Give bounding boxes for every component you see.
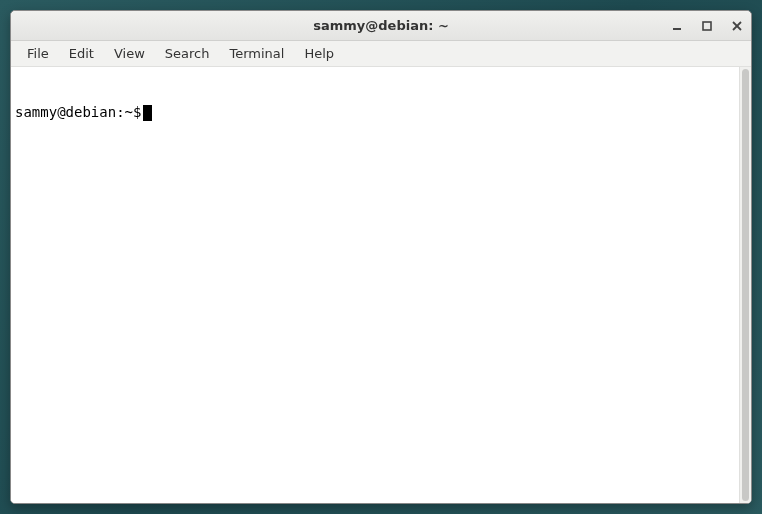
- menu-edit[interactable]: Edit: [59, 43, 104, 64]
- cursor-icon: [143, 105, 152, 121]
- terminal-content[interactable]: sammy@debian:~$: [11, 67, 739, 503]
- scrollbar[interactable]: [739, 67, 751, 503]
- svg-rect-1: [703, 22, 711, 30]
- minimize-button[interactable]: [669, 18, 685, 34]
- menu-terminal[interactable]: Terminal: [219, 43, 294, 64]
- prompt-text: sammy@debian:~$: [15, 104, 141, 122]
- menu-view[interactable]: View: [104, 43, 155, 64]
- scrollbar-thumb[interactable]: [742, 69, 749, 501]
- terminal-window: sammy@debian: ~ File Edit View Search Te…: [10, 10, 752, 504]
- window-title: sammy@debian: ~: [11, 18, 751, 33]
- titlebar[interactable]: sammy@debian: ~: [11, 11, 751, 41]
- menu-help[interactable]: Help: [294, 43, 344, 64]
- terminal-area[interactable]: sammy@debian:~$: [11, 67, 751, 503]
- menubar: File Edit View Search Terminal Help: [11, 41, 751, 67]
- menu-file[interactable]: File: [17, 43, 59, 64]
- close-button[interactable]: [729, 18, 745, 34]
- maximize-button[interactable]: [699, 18, 715, 34]
- svg-rect-0: [673, 28, 681, 30]
- menu-search[interactable]: Search: [155, 43, 220, 64]
- window-controls: [669, 11, 745, 40]
- prompt-line: sammy@debian:~$: [15, 104, 735, 122]
